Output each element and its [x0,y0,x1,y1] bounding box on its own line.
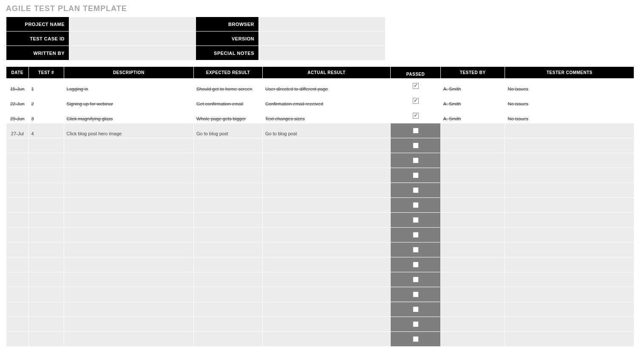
cell-actual[interactable] [262,272,390,287]
cell-expected[interactable] [194,332,263,347]
cell-comments[interactable] [505,153,634,168]
cell-test[interactable] [28,168,64,183]
cell-expected[interactable] [194,138,263,153]
cell-date[interactable] [6,168,29,183]
cell-tested-by[interactable]: A. Smith [440,79,505,94]
passed-checkbox[interactable] [413,262,419,268]
cell-description[interactable]: Click magnifying glass [64,108,194,123]
cell-expected[interactable] [194,287,263,302]
cell-actual[interactable] [262,317,390,332]
passed-checkbox[interactable] [413,98,419,104]
cell-date[interactable]: 15-Jun [6,79,29,94]
cell-date[interactable] [6,287,29,302]
cell-actual[interactable]: Go to blog post [262,123,390,138]
cell-actual[interactable] [262,213,390,228]
cell-description[interactable] [64,213,194,228]
cell-tested-by[interactable] [440,183,505,198]
passed-checkbox[interactable] [413,336,419,342]
cell-comments[interactable] [505,183,634,198]
cell-actual[interactable] [262,198,390,213]
cell-test[interactable] [28,317,64,332]
meta-value-special-notes[interactable] [259,46,386,60]
meta-value-browser[interactable] [259,17,386,31]
cell-description[interactable] [64,332,194,347]
cell-description[interactable]: Click blog post hero image [64,123,194,138]
cell-date[interactable] [6,317,29,332]
cell-expected[interactable] [194,168,263,183]
cell-comments[interactable] [505,257,634,272]
cell-comments[interactable] [505,123,634,138]
cell-test[interactable] [28,138,64,153]
passed-checkbox[interactable] [413,321,419,327]
cell-actual[interactable]: Text changes sizes [262,108,390,123]
cell-comments[interactable] [505,287,634,302]
cell-test[interactable] [28,228,64,243]
cell-expected[interactable]: Get confirmation email [194,94,263,108]
cell-tested-by[interactable] [440,302,505,317]
cell-expected[interactable] [194,183,263,198]
cell-tested-by[interactable] [440,332,505,347]
cell-tested-by[interactable] [440,168,505,183]
cell-actual[interactable] [262,168,390,183]
cell-expected[interactable] [194,302,263,317]
cell-description[interactable] [64,168,194,183]
cell-tested-by[interactable]: A. Smith [440,94,505,108]
passed-checkbox[interactable] [413,143,419,148]
cell-tested-by[interactable] [440,228,505,243]
passed-checkbox[interactable] [413,128,419,134]
cell-test[interactable] [28,213,64,228]
cell-comments[interactable] [505,302,634,317]
passed-checkbox[interactable] [413,202,419,208]
cell-actual[interactable] [262,228,390,243]
cell-expected[interactable] [194,257,263,272]
cell-date[interactable] [6,153,29,168]
cell-date[interactable] [6,213,29,228]
cell-description[interactable] [64,198,194,213]
cell-actual[interactable]: User directed to different page [262,79,390,94]
passed-checkbox[interactable] [413,306,419,312]
cell-expected[interactable] [194,228,263,243]
cell-comments[interactable]: No issues [505,79,634,94]
cell-date[interactable]: 22-Jun [6,94,29,108]
meta-value-version[interactable] [259,31,386,46]
cell-description[interactable]: Logging in [64,79,194,94]
passed-checkbox[interactable] [413,187,419,193]
cell-comments[interactable] [505,138,634,153]
cell-expected[interactable]: Whole page gets bigger [194,108,263,123]
cell-comments[interactable] [505,228,634,243]
passed-checkbox[interactable] [413,291,419,297]
cell-expected[interactable] [194,272,263,287]
cell-actual[interactable] [262,287,390,302]
cell-description[interactable] [64,302,194,317]
cell-description[interactable] [64,183,194,198]
cell-tested-by[interactable] [440,257,505,272]
cell-actual[interactable] [262,302,390,317]
cell-tested-by[interactable] [440,213,505,228]
cell-date[interactable] [6,183,29,198]
cell-date[interactable] [6,198,29,213]
cell-description[interactable]: Signing up for webinar [64,94,194,108]
meta-value-written-by[interactable] [69,46,196,60]
cell-date[interactable] [6,302,29,317]
cell-test[interactable]: 1 [28,79,64,94]
passed-checkbox[interactable] [413,217,419,223]
passed-checkbox[interactable] [413,277,419,283]
cell-expected[interactable] [194,198,263,213]
passed-checkbox[interactable] [413,247,419,253]
cell-test[interactable] [28,183,64,198]
cell-comments[interactable]: No issues [505,94,634,108]
cell-date[interactable] [6,228,29,243]
cell-expected[interactable] [194,153,263,168]
meta-value-test-case-id[interactable] [69,31,196,46]
cell-actual[interactable]: Confirmation email received [262,94,390,108]
cell-description[interactable] [64,243,194,257]
cell-test[interactable] [28,198,64,213]
cell-description[interactable] [64,257,194,272]
cell-test[interactable] [28,332,64,347]
cell-actual[interactable] [262,153,390,168]
cell-description[interactable] [64,228,194,243]
cell-actual[interactable] [262,332,390,347]
passed-checkbox[interactable] [413,157,419,163]
cell-description[interactable] [64,138,194,153]
cell-actual[interactable] [262,257,390,272]
